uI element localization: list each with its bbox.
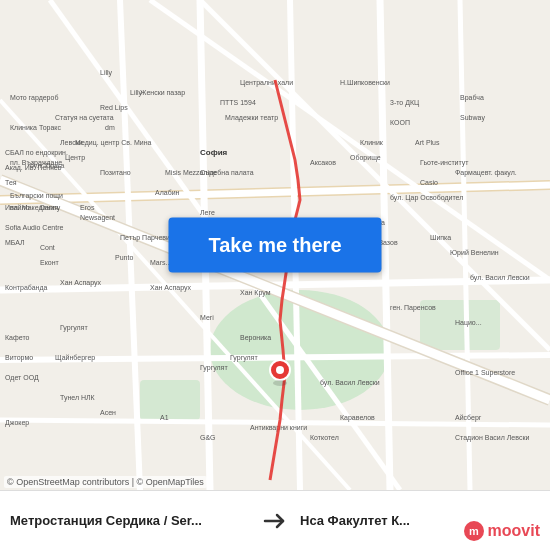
svg-text:ген. Паренсов: ген. Паренсов	[390, 304, 436, 312]
map-container[interactable]: бул. Прага София Хан Аспарух Гургулят бу…	[0, 0, 550, 490]
svg-text:Статуя на суетата: Статуя на суетата	[55, 114, 114, 122]
svg-text:Фармацевт. факул.: Фармацевт. факул.	[455, 169, 517, 177]
svg-text:Щайнбергер: Щайнбергер	[55, 354, 95, 362]
svg-text:Клиник: Клиник	[360, 139, 384, 146]
svg-text:София: София	[200, 148, 228, 157]
svg-text:пл. Македония: пл. Македония	[10, 204, 58, 212]
svg-text:dm: dm	[105, 124, 115, 131]
svg-text:Медиц. центр Св. Мина: Медиц. центр Св. Мина	[75, 139, 152, 147]
moovit-logo: m moovit	[463, 520, 540, 542]
svg-text:Lilly: Lilly	[130, 89, 143, 97]
svg-text:Eros: Eros	[80, 204, 95, 211]
svg-text:Каравелов: Каравелов	[340, 414, 375, 422]
svg-text:СБАЛ по ендокрин.: СБАЛ по ендокрин.	[5, 149, 68, 157]
svg-text:Айсберг: Айсберг	[455, 414, 482, 422]
svg-text:Женски пазар: Женски пазар	[140, 89, 185, 97]
svg-text:Витормо: Витормо	[5, 354, 33, 362]
svg-text:Subway: Subway	[460, 114, 485, 122]
bottom-bar: Метростанция Сердика / Ser... Нса Факулт…	[0, 490, 550, 550]
app-container: бул. Прага София Хан Аспарух Гургулят бу…	[0, 0, 550, 550]
svg-text:Петър Парчевич: Петър Парчевич	[120, 234, 174, 242]
svg-point-110	[276, 366, 284, 374]
svg-text:Гургулят: Гургулят	[230, 354, 258, 362]
svg-text:Misis Mezzanine: Misis Mezzanine	[165, 169, 217, 176]
svg-text:А1: А1	[160, 414, 169, 421]
svg-text:3-то ДКЦ: 3-то ДКЦ	[390, 99, 420, 107]
svg-text:бул. Васил Левски: бул. Васил Левски	[470, 274, 530, 282]
svg-text:МБАЛ: МБАЛ	[5, 239, 25, 246]
svg-text:Контрабанда: Контрабанда	[5, 284, 48, 292]
svg-text:Lilly: Lilly	[100, 69, 113, 77]
svg-text:Вероника: Вероника	[240, 334, 271, 342]
svg-text:Алабин: Алабин	[155, 189, 180, 196]
svg-text:Клиника Торакс: Клиника Торакс	[10, 124, 61, 132]
svg-rect-2	[140, 380, 200, 420]
svg-text:Хан Крум: Хан Крум	[240, 289, 271, 297]
svg-text:Оборище: Оборище	[350, 154, 381, 162]
svg-text:Леге: Леге	[200, 209, 215, 216]
svg-text:Позитано: Позитано	[100, 169, 131, 176]
map-copyright: © OpenStreetMap contributors | © OpenMap…	[4, 476, 207, 488]
svg-text:Аксаков: Аксаков	[310, 159, 336, 166]
svg-text:Български пощи: Български пощи	[10, 192, 63, 200]
svg-text:Гьоте-институт: Гьоте-институт	[420, 159, 469, 167]
moovit-logo-text: moovit	[488, 522, 540, 540]
svg-text:Младежки театр: Младежки театр	[225, 114, 278, 122]
svg-text:Кафето: Кафето	[5, 334, 30, 342]
svg-text:Юрий Венелин: Юрий Венелин	[450, 249, 499, 257]
svg-text:Коткотел: Коткотел	[310, 434, 339, 441]
svg-text:Стадион Васил Левски: Стадион Васил Левски	[455, 434, 529, 442]
svg-text:Sofia Audio Centre: Sofia Audio Centre	[5, 224, 63, 231]
svg-text:Red Lips: Red Lips	[100, 104, 128, 112]
arrow-container	[250, 507, 300, 535]
svg-text:Хан Аспарух: Хан Аспарух	[150, 284, 192, 292]
svg-text:Гургулят: Гургулят	[200, 364, 228, 372]
svg-text:Нацио...: Нацио...	[455, 319, 482, 327]
svg-text:Мото гардероб: Мото гардероб	[10, 94, 58, 102]
svg-text:ПТTS 1594: ПТTS 1594	[220, 99, 256, 106]
svg-text:Централни хали: Централни хали	[240, 79, 293, 87]
svg-point-111	[273, 380, 287, 386]
svg-text:Гургулят: Гургулят	[60, 324, 88, 332]
moovit-logo-icon: m	[463, 520, 485, 542]
svg-text:Меri: Меri	[200, 314, 214, 321]
svg-text:Casio: Casio	[420, 179, 438, 186]
svg-text:Еконт: Еконт	[40, 259, 60, 266]
arrow-right-icon	[261, 507, 289, 535]
take-me-there-button[interactable]: Take me there	[168, 218, 381, 273]
svg-text:Центр: Центр	[65, 154, 85, 162]
svg-text:Office 1 Superstore: Office 1 Superstore	[455, 369, 515, 377]
station-name: Метростанция Сердика / Ser...	[10, 513, 250, 528]
svg-text:Тунел НЛК: Тунел НЛК	[60, 394, 96, 402]
svg-text:Шипка: Шипка	[430, 234, 451, 241]
svg-text:КООП: КООП	[390, 119, 410, 126]
bottom-left: Метростанция Сердика / Ser...	[10, 513, 250, 528]
svg-text:Асен: Асен	[100, 409, 116, 416]
svg-text:Джокер: Джокер	[5, 419, 29, 427]
svg-text:Акад. Ив. Пенчев: Акад. Ив. Пенчев	[5, 164, 62, 172]
svg-text:G&G: G&G	[200, 434, 216, 441]
svg-text:бул. Васил Левски: бул. Васил Левски	[320, 379, 380, 387]
svg-text:m: m	[469, 525, 479, 537]
svg-text:Н.Шипковенски: Н.Шипковенски	[340, 79, 390, 86]
svg-text:Одет ООД: Одет ООД	[5, 374, 39, 382]
svg-text:Newsagent: Newsagent	[80, 214, 115, 222]
svg-text:бул. Цар Освободител: бул. Цар Освободител	[390, 194, 463, 202]
svg-text:Punto: Punto	[115, 254, 133, 261]
svg-text:Cont: Cont	[40, 244, 55, 251]
svg-text:Тея: Тея	[5, 179, 17, 186]
svg-text:Art Plus: Art Plus	[415, 139, 440, 146]
svg-text:Врабча: Врабча	[460, 94, 484, 102]
svg-text:Хан Аспарух: Хан Аспарух	[60, 279, 102, 287]
